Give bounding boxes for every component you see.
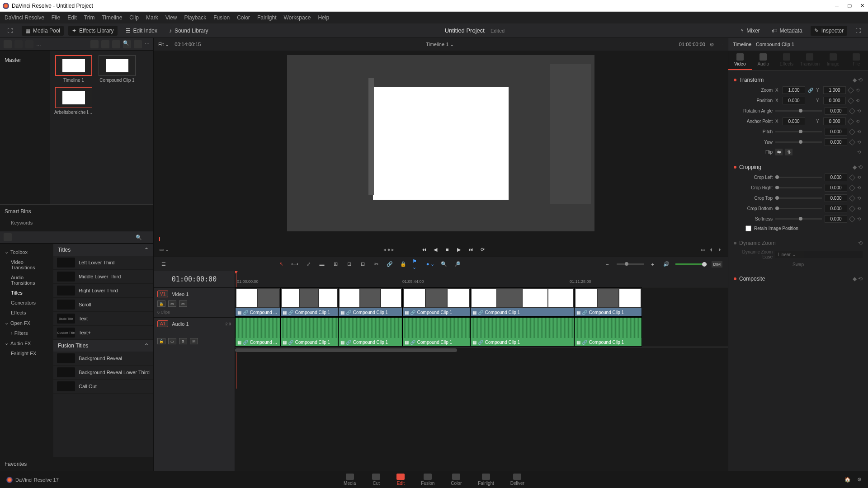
nav-prev-edit[interactable]: ◂ ● ▸ — [383, 247, 395, 253]
fx-item-background-reveal[interactable]: Background Reveal — [53, 352, 153, 366]
pos-reset[interactable]: ⟲ — [856, 98, 861, 103]
jump-first[interactable]: ⏮ — [420, 245, 428, 253]
page-cut[interactable]: Cut — [372, 474, 380, 486]
folder-master[interactable]: Master — [0, 54, 50, 66]
ct-keyframe[interactable] — [849, 195, 855, 201]
viewer[interactable] — [154, 51, 728, 236]
fx-item-text-plus[interactable]: Custom TitleText+ — [53, 326, 153, 340]
zoom-y[interactable] — [823, 86, 846, 94]
audio-solo[interactable]: S — [179, 338, 187, 344]
fx-node-audio-transitions[interactable]: Audio Transitions — [0, 272, 53, 288]
settings-icon[interactable]: ⚙ — [857, 477, 862, 483]
marker-tool[interactable]: ● ⌄ — [426, 260, 435, 269]
fx-node-openfx[interactable]: ⌄Open FX — [0, 318, 53, 328]
yaw-val[interactable] — [825, 138, 847, 146]
crop-left-val[interactable] — [825, 174, 847, 181]
dynamic-zoom-header[interactable]: Dynamic Zoom⟲ — [734, 238, 863, 248]
fullscreen-toggle[interactable]: ⛶ — [4, 26, 17, 36]
mute-icon[interactable]: 🔊 — [662, 260, 671, 269]
cropping-header[interactable]: Cropping◆ ⟲ — [734, 162, 863, 172]
viewer-zoom-select[interactable]: Fit ⌄ — [158, 42, 169, 47]
step-back[interactable]: ⏴ — [709, 247, 714, 252]
fx-item-right-lower-third[interactable]: Right Lower Third — [53, 284, 153, 298]
clip-timeline1[interactable]: Timeline 1 — [54, 55, 93, 83]
fx-item-bg-reveal-lower[interactable]: Background Reveal Lower Third — [53, 366, 153, 380]
page-media[interactable]: Media — [344, 474, 356, 486]
snapping[interactable]: 🔍 — [439, 260, 448, 269]
page-fusion[interactable]: Fusion — [421, 474, 434, 486]
fx-node-filters[interactable]: ›Filters — [0, 328, 53, 338]
v1-badge[interactable]: V1 — [157, 291, 168, 297]
tab-image[interactable]: Image — [821, 51, 845, 70]
viewer-scrubber[interactable] — [158, 236, 723, 242]
flip-reset[interactable]: ⟲ — [857, 150, 863, 155]
media-grid-view[interactable] — [101, 40, 109, 48]
pos-x[interactable] — [783, 97, 805, 104]
softness-val[interactable] — [825, 215, 847, 223]
video-clip-3[interactable]: ▦ 🔗 Compound Clip 1 — [338, 287, 402, 317]
fx-view-mode[interactable] — [4, 233, 12, 241]
a1-badge[interactable]: A1 — [157, 320, 168, 327]
audio-clip-3[interactable]: ▦ 🔗 Compound Clip 1 — [338, 317, 402, 347]
audio-auto-select[interactable]: ▭ — [168, 338, 176, 344]
audio-mute[interactable]: M — [190, 338, 198, 344]
selection-tool[interactable]: ↖ — [277, 260, 286, 269]
zoom-x[interactable] — [783, 86, 805, 94]
yaw-keyframe[interactable] — [849, 139, 855, 145]
search-icon[interactable]: 🔍 — [123, 40, 131, 48]
flip-v[interactable]: ⇅ — [785, 149, 793, 155]
audio-clip-6[interactable]: ▦ 🔗 Compound Clip 1 — [574, 317, 642, 347]
fx-item-scroll[interactable]: Scroll — [53, 298, 153, 312]
media-metadata-view[interactable] — [112, 40, 120, 48]
zoom-keyframe[interactable] — [848, 87, 854, 93]
media-list-view[interactable] — [90, 40, 99, 48]
crop-right-val[interactable] — [825, 184, 847, 192]
menu-mark[interactable]: Mark — [146, 14, 158, 21]
timeline-view-options[interactable]: ☰ — [159, 260, 168, 269]
trim-edit-tool[interactable]: ⟷ — [290, 260, 299, 269]
crop-right-slider[interactable] — [775, 187, 822, 188]
track-enable[interactable]: ▭ — [179, 300, 187, 307]
clip-compound1[interactable]: Compound Clip 1 — [98, 55, 137, 83]
menu-edit[interactable]: Edit — [67, 14, 77, 21]
fx-node-titles[interactable]: Titles — [0, 288, 53, 298]
soft-reset[interactable]: ⟲ — [857, 216, 863, 222]
fx-item-middle-lower-third[interactable]: Middle Lower Third — [53, 270, 153, 284]
menu-file[interactable]: File — [52, 14, 60, 21]
fusion-titles-section-header[interactable]: Fusion Titles⌃ — [53, 340, 153, 352]
fx-options[interactable]: ⋯ — [145, 235, 150, 240]
menu-fairlight[interactable]: Fairlight — [257, 14, 277, 21]
pitch-keyframe[interactable] — [849, 128, 855, 135]
soft-keyframe[interactable] — [849, 216, 855, 222]
transform-overlay[interactable]: ▭ ⌄ — [159, 247, 169, 253]
loop[interactable]: ⟳ — [478, 245, 486, 253]
position-lock[interactable]: 🔒 — [399, 260, 408, 269]
rot-reset[interactable]: ⟲ — [857, 108, 863, 114]
video-clip-1[interactable]: ▦ 🔗 Compound ... — [235, 287, 280, 317]
tab-transition[interactable]: Transition — [798, 51, 822, 70]
titles-section-header[interactable]: Titles⌃ — [53, 244, 153, 256]
fx-node-generators[interactable]: Generators — [0, 298, 53, 308]
anchor-reset[interactable]: ⟲ — [856, 119, 861, 124]
overwrite-clip[interactable]: ⊡ — [344, 260, 354, 269]
tab-file[interactable]: File — [845, 51, 868, 70]
pos-y[interactable] — [823, 97, 846, 104]
zoom-reset[interactable]: ⟲ — [856, 88, 861, 93]
cr-reset[interactable]: ⟲ — [857, 185, 863, 191]
crop-top-val[interactable] — [825, 194, 847, 202]
volume-slider[interactable] — [675, 263, 707, 265]
expand-button[interactable]: ⛶ — [852, 26, 864, 36]
anchor-x[interactable] — [783, 117, 805, 125]
fx-node-effects[interactable]: Effects — [0, 308, 53, 318]
rot-keyframe[interactable] — [849, 108, 855, 114]
composite-header[interactable]: Composite◆ ⟲ — [734, 274, 863, 284]
viewer-options[interactable]: ⋯ — [718, 42, 723, 47]
media-nav-back[interactable] — [14, 40, 23, 48]
step-forward[interactable]: ⏵ — [717, 247, 722, 252]
viewer-name[interactable]: Timeline 1 ⌄ — [426, 42, 454, 47]
minimize-button[interactable]: ─ — [834, 3, 840, 9]
media-nav-fwd[interactable] — [25, 40, 33, 48]
zoom-tool[interactable]: 🔎 — [453, 260, 462, 269]
sound-library-button[interactable]: ♪Sound Library — [165, 26, 212, 36]
blade-tool[interactable]: ▬ — [317, 260, 326, 269]
